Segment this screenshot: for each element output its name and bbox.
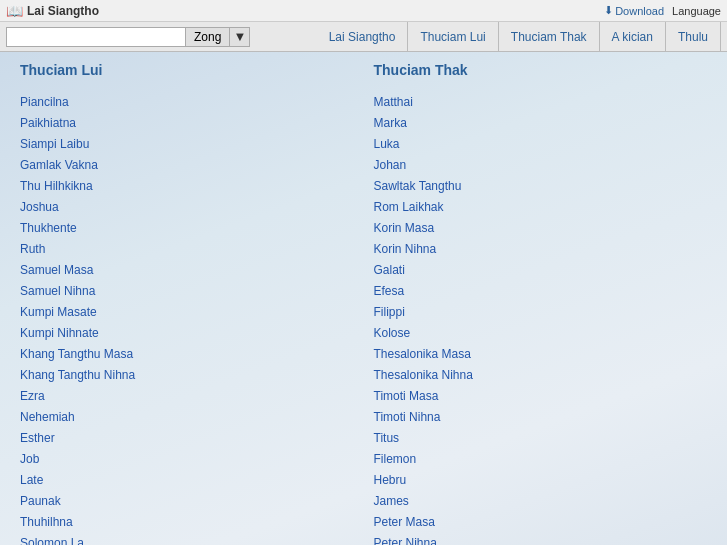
tab-thuciam-lui[interactable]: Thuciam Lui bbox=[408, 22, 498, 52]
download-link[interactable]: ⬇ Download bbox=[604, 4, 664, 17]
book-item[interactable]: Peter Nihna bbox=[374, 533, 708, 545]
book-item[interactable]: Kumpi Masate bbox=[20, 302, 354, 322]
book-item[interactable]: Timoti Masa bbox=[374, 386, 708, 406]
book-item[interactable]: James bbox=[374, 491, 708, 511]
book-list: MatthaiMarkaLukaJohanSawltak TangthuRom … bbox=[374, 92, 708, 545]
book-item[interactable]: Kolose bbox=[374, 323, 708, 343]
book-item[interactable]: Johan bbox=[374, 155, 708, 175]
main-content: Thuciam LuiPiancilnaPaikhiatnaSiampi Lai… bbox=[0, 52, 727, 545]
book-item[interactable]: Khang Tangthu Masa bbox=[20, 344, 354, 364]
book-item[interactable]: Titus bbox=[374, 428, 708, 448]
book-item[interactable]: Job bbox=[20, 449, 354, 469]
top-right-controls: ⬇ Download Language bbox=[604, 4, 721, 17]
tab-thuciam-thak[interactable]: Thuciam Thak bbox=[499, 22, 600, 52]
app-title-bar: 📖 Lai Siangtho ⬇ Download Language bbox=[0, 0, 727, 22]
book-item[interactable]: Timoti Nihna bbox=[374, 407, 708, 427]
book-item[interactable]: Joshua bbox=[20, 197, 354, 217]
book-item[interactable]: Thukhente bbox=[20, 218, 354, 238]
book-item[interactable]: Ezra bbox=[20, 386, 354, 406]
column-header: Thuciam Lui bbox=[20, 62, 354, 82]
download-icon: ⬇ bbox=[604, 4, 613, 17]
book-item[interactable]: Paikhiatna bbox=[20, 113, 354, 133]
book-item[interactable]: Piancilna bbox=[20, 92, 354, 112]
nav-tabs: Lai SiangthoThuciam LuiThuciam ThakA kic… bbox=[317, 22, 721, 52]
search-button[interactable]: Zong bbox=[186, 27, 230, 47]
book-item[interactable]: Khang Tangthu Nihna bbox=[20, 365, 354, 385]
book-list: PiancilnaPaikhiatnaSiampi LaibuGamlak Va… bbox=[20, 92, 354, 545]
tab-a-kician[interactable]: A kician bbox=[600, 22, 666, 52]
top-bar: Zong ▼ Lai SiangthoThuciam LuiThuciam Th… bbox=[0, 22, 727, 52]
book-item[interactable]: Filemon bbox=[374, 449, 708, 469]
app-icon: 📖 bbox=[6, 3, 23, 19]
book-item[interactable]: Efesa bbox=[374, 281, 708, 301]
chevron-down-icon: ▼ bbox=[233, 29, 246, 44]
search-container: Zong ▼ bbox=[6, 27, 250, 47]
book-item[interactable]: Hebru bbox=[374, 470, 708, 490]
book-item[interactable]: Late bbox=[20, 470, 354, 490]
book-item[interactable]: Thesalonika Masa bbox=[374, 344, 708, 364]
book-item[interactable]: Thuhilhna bbox=[20, 512, 354, 532]
book-item[interactable]: Ruth bbox=[20, 239, 354, 259]
book-item[interactable]: Samuel Nihna bbox=[20, 281, 354, 301]
download-label: Download bbox=[615, 5, 664, 17]
book-item[interactable]: Korin Nihna bbox=[374, 239, 708, 259]
book-item[interactable]: Paunak bbox=[20, 491, 354, 511]
tab-thulu[interactable]: Thulu bbox=[666, 22, 721, 52]
book-item[interactable]: Siampi Laibu bbox=[20, 134, 354, 154]
book-item[interactable]: Filippi bbox=[374, 302, 708, 322]
search-dropdown-button[interactable]: ▼ bbox=[230, 27, 250, 47]
book-item[interactable]: Korin Masa bbox=[374, 218, 708, 238]
book-item[interactable]: Nehemiah bbox=[20, 407, 354, 427]
book-column: Thuciam LuiPiancilnaPaikhiatnaSiampi Lai… bbox=[20, 62, 354, 545]
language-button[interactable]: Language bbox=[672, 5, 721, 17]
book-item[interactable]: Samuel Masa bbox=[20, 260, 354, 280]
book-item[interactable]: Luka bbox=[374, 134, 708, 154]
book-item[interactable]: Marka bbox=[374, 113, 708, 133]
search-input[interactable] bbox=[6, 27, 186, 47]
book-item[interactable]: Thu Hilhkikna bbox=[20, 176, 354, 196]
book-item[interactable]: Matthai bbox=[374, 92, 708, 112]
book-item[interactable]: Peter Masa bbox=[374, 512, 708, 532]
book-item[interactable]: Rom Laikhak bbox=[374, 197, 708, 217]
book-item[interactable]: Solomon La bbox=[20, 533, 354, 545]
app-title: Lai Siangtho bbox=[27, 4, 604, 18]
book-item[interactable]: Esther bbox=[20, 428, 354, 448]
book-item[interactable]: Gamlak Vakna bbox=[20, 155, 354, 175]
tab-lai-siangtho[interactable]: Lai Siangtho bbox=[317, 22, 409, 52]
book-item[interactable]: Kumpi Nihnate bbox=[20, 323, 354, 343]
book-item[interactable]: Sawltak Tangthu bbox=[374, 176, 708, 196]
book-item[interactable]: Galati bbox=[374, 260, 708, 280]
book-item[interactable]: Thesalonika Nihna bbox=[374, 365, 708, 385]
book-column: Thuciam ThakMatthaiMarkaLukaJohanSawltak… bbox=[374, 62, 708, 545]
column-header: Thuciam Thak bbox=[374, 62, 708, 82]
